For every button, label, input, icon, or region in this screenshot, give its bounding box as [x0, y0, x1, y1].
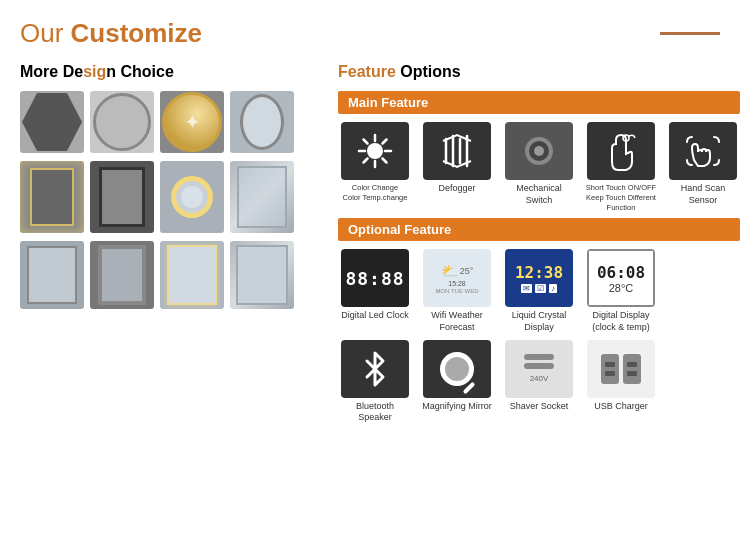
- magnify-handle: [463, 381, 476, 394]
- digit-clock-display: 88:88: [345, 268, 404, 289]
- mirror-inner: [30, 168, 74, 226]
- shaver-slot2: [524, 363, 554, 369]
- digital-clock-label: Digital Led Clock: [341, 310, 409, 322]
- weather-display: ⛅ 25° 15:28 MON TUE WED: [423, 249, 491, 307]
- usb-icon-box: [587, 340, 655, 398]
- content: More Design Choice ✦: [20, 63, 730, 430]
- svg-point-0: [367, 143, 383, 159]
- feature-touch: Short Touch ON/OFFKeep Touch DifferentFu…: [584, 122, 658, 212]
- digital-display-label: Digital Display(clock & temp): [592, 310, 650, 333]
- hand-scan-icon: [682, 130, 724, 172]
- mirror-inner2: [99, 167, 145, 227]
- header-line: [660, 32, 720, 35]
- touch-icon-box: [587, 122, 655, 180]
- usb-port1: [601, 354, 619, 384]
- usb-port2: [623, 354, 641, 384]
- digital-clock-icon-box: 88:88: [341, 249, 409, 307]
- bluetooth-icon: [357, 349, 393, 389]
- color-change-icon-box: [341, 122, 409, 180]
- mirror-frame: [90, 241, 154, 309]
- ring-shape: [171, 176, 213, 218]
- dd-time: 06:08: [597, 263, 645, 282]
- mirror-led2-inner: [167, 245, 217, 305]
- mirror-rect-row1: [20, 161, 320, 233]
- usb-label: USB Charger: [594, 401, 648, 413]
- mirror-circle: [90, 91, 154, 153]
- optional-feature-label: Optional Feature: [338, 218, 740, 241]
- feature-wifi-weather: ⛅ 25° 15:28 MON TUE WED Wifi Weather For…: [420, 249, 494, 333]
- lcd-label: Liquid Crystal Display: [502, 310, 576, 333]
- mirror-room: [20, 241, 84, 309]
- mirror-decor: [230, 241, 294, 309]
- usb-hole3: [627, 362, 637, 367]
- optional-feature-row2: Bluetooth Speaker Magnifying Mirror: [338, 340, 740, 424]
- svg-line-7: [383, 140, 387, 144]
- feature-hand-scan: Hand Scan Sensor: [666, 122, 740, 212]
- usb-display: [587, 340, 655, 398]
- usb-hole4: [627, 371, 637, 376]
- color-change-label: Color ChangeColor Temp.change: [343, 183, 408, 203]
- page: Our Customize More Design Choice ✦: [0, 0, 750, 536]
- magnify-icon-box: [423, 340, 491, 398]
- feature-switch: MechanicalSwitch: [502, 122, 576, 212]
- feature-defogger: Defogger: [420, 122, 494, 212]
- touch-icon: [602, 130, 640, 172]
- main-feature-label: Main Feature: [338, 91, 740, 114]
- svg-point-15: [534, 146, 544, 156]
- right-column: Feature Options Main Feature: [338, 63, 740, 430]
- shaver-icon-box: 240V: [505, 340, 573, 398]
- feature-shaver: 240V Shaver Socket: [502, 340, 576, 424]
- shaver-display: 240V: [505, 340, 573, 398]
- circle-gold-shape: ✦: [162, 92, 222, 152]
- shaver-label: Shaver Socket: [510, 401, 569, 413]
- sun-icon: [356, 132, 394, 170]
- main-feature-section: Main Feature: [338, 91, 740, 212]
- main-feature-grid: Color ChangeColor Temp.change: [338, 122, 740, 212]
- mirror-ring: [160, 161, 224, 233]
- feature-bluetooth: Bluetooth Speaker: [338, 340, 412, 424]
- weather-label: Wifi Weather Forecast: [420, 310, 494, 333]
- mirror-hex: [20, 91, 84, 153]
- feature-color-change: Color ChangeColor Temp.change: [338, 122, 412, 212]
- mirror-rect-led: [20, 161, 84, 233]
- switch-icon-box: [505, 122, 573, 180]
- feature-lcd: 12:38 ✉ ☑ ♪ Liquid Crystal Display: [502, 249, 576, 333]
- mirror-room-inner: [27, 246, 77, 304]
- defogger-label: Defogger: [438, 183, 475, 195]
- mirror-rect-dark: [90, 161, 154, 233]
- lcd-display: 12:38 ✉ ☑ ♪: [505, 249, 573, 307]
- feature-magnify: Magnifying Mirror: [420, 340, 494, 424]
- mirror-circle-gold: ✦: [160, 91, 224, 153]
- dd-temp: 28°C: [609, 282, 634, 294]
- mirror-rect-row2: [20, 241, 320, 309]
- lcd-icon-box: 12:38 ✉ ☑ ♪: [505, 249, 573, 307]
- feature-digital-clock: 88:88 Digital Led Clock: [338, 249, 412, 333]
- magnify-label: Magnifying Mirror: [422, 401, 492, 413]
- magnify-circle: [440, 352, 474, 386]
- bluetooth-label: Bluetooth Speaker: [338, 401, 412, 424]
- circle-shape: [93, 93, 151, 151]
- mirror-decor-inner: [236, 245, 288, 305]
- usb-hole2: [605, 371, 615, 376]
- digital-disp-display: 06:08 28°C: [587, 249, 655, 307]
- hex-shape: [22, 93, 82, 151]
- digital-disp-icon-box: 06:08 28°C: [587, 249, 655, 307]
- oval-shape: [240, 94, 284, 150]
- usb-hole1: [605, 362, 615, 367]
- shaver-slot1: [524, 354, 554, 360]
- switch-icon: [520, 132, 558, 170]
- feature-digital-display: 06:08 28°C Digital Display(clock & temp): [584, 249, 658, 333]
- hand-scan-icon-box: [669, 122, 737, 180]
- page-title: Our Customize: [20, 18, 202, 49]
- defogger-icon-box: [423, 122, 491, 180]
- svg-line-8: [364, 159, 368, 163]
- mirror-oval: [230, 91, 294, 153]
- header: Our Customize: [20, 18, 730, 49]
- lcd-time: 12:38: [515, 263, 563, 282]
- left-section-title: More Design Choice: [20, 63, 320, 81]
- optional-feature-section: Optional Feature 88:88 Digital Led Clock: [338, 218, 740, 424]
- mirror-bath: [230, 161, 294, 233]
- mirror-led2: [160, 241, 224, 309]
- mirror-bath-inner: [237, 166, 287, 228]
- weather-icon-box: ⛅ 25° 15:28 MON TUE WED: [423, 249, 491, 307]
